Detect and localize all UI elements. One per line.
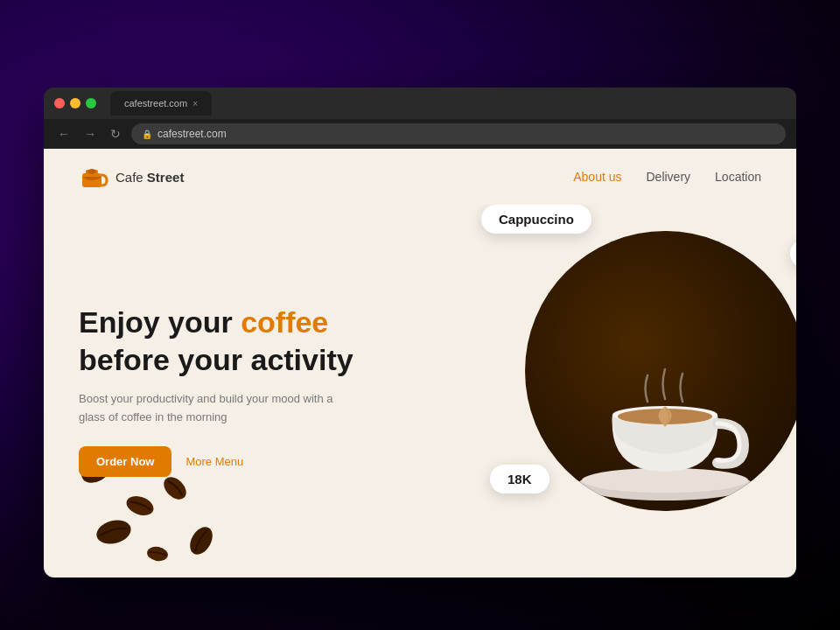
browser-window: cafestreet.com × ← → ↻ 🔒 cafestreet.com [44,88,796,578]
nav-links: About us Delivery Location [573,170,761,184]
hero-description: Boost your productivity and build your m… [79,390,341,427]
nav-link-location[interactable]: Location [715,170,761,184]
logo-icon [79,163,110,191]
logo[interactable]: Cafe Street [79,163,184,191]
nav-forward-button[interactable]: → [80,125,100,143]
close-traffic-light[interactable] [54,98,65,108]
hero-buttons: Order Now More Menu [79,446,761,477]
more-menu-button[interactable]: More Menu [186,455,243,468]
svg-point-12 [146,545,169,563]
headline-highlight: coffee [241,305,328,339]
logo-text: Cafe Street [116,170,184,185]
svg-point-10 [159,472,190,503]
address-bar-row: ← → ↻ 🔒 cafestreet.com [44,119,796,149]
tab-label: cafestreet.com [124,98,187,108]
navbar: Cafe Street About us Delivery Location [44,149,796,205]
headline-prefix: Enjoy your [79,305,241,339]
rating-label: 4.8 [790,240,796,268]
svg-point-8 [124,493,157,519]
address-bar[interactable]: 🔒 cafestreet.com [131,123,786,144]
svg-point-2 [88,169,96,174]
address-text: cafestreet.com [158,128,227,140]
nav-back-button[interactable]: ← [54,125,74,143]
hero-headline: Enjoy your coffee before your activity [79,304,761,378]
nav-link-about[interactable]: About us [573,170,621,184]
tab-close-button[interactable]: × [192,99,198,108]
cappuccino-label: Cappuccino [481,205,592,234]
order-now-button[interactable]: Order Now [79,446,172,477]
traffic-lights [54,98,96,108]
svg-point-11 [186,523,217,558]
lock-icon: 🔒 [142,130,152,139]
browser-tab[interactable]: cafestreet.com × [110,91,212,116]
maximize-traffic-light[interactable] [86,98,96,108]
hero-section: Enjoy your coffee before your activity B… [44,205,796,576]
tab-bar: cafestreet.com × [44,88,796,119]
minimize-traffic-light[interactable] [70,98,80,108]
browser-chrome: cafestreet.com × ← → ↻ 🔒 cafestreet.com [44,88,796,149]
svg-point-9 [94,516,133,547]
nav-link-delivery[interactable]: Delivery [646,170,690,184]
headline-suffix: before your activity [79,343,354,376]
nav-refresh-button[interactable]: ↻ [107,125,124,143]
website-content: Cafe Street About us Delivery Location E… [44,149,796,578]
hero-text: Enjoy your coffee before your activity B… [79,304,761,477]
